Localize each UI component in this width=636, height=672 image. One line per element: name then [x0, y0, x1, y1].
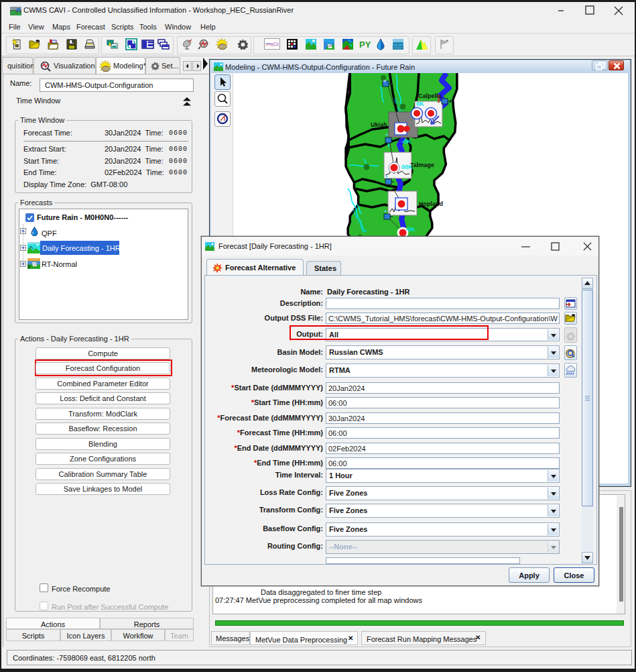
svg-text:0K: 0K [416, 101, 424, 107]
svg-text:Talmage: Talmage [410, 162, 434, 168]
svg-text:Hopland: Hopland [419, 201, 443, 207]
svg-text:Calpella: Calpella [418, 93, 442, 99]
svg-text:Ukiah: Ukiah [371, 121, 387, 128]
svg-text:-0K: -0K [401, 138, 411, 145]
svg-text:-0K: -0K [405, 226, 416, 233]
svg-text:00K: 00K [401, 164, 413, 170]
